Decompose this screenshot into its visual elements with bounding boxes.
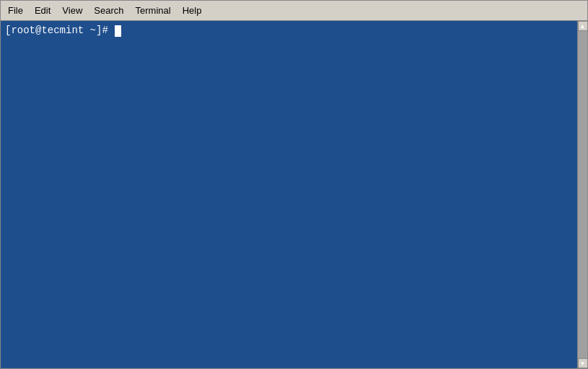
terminal-window: File Edit View Search Terminal Help [roo… xyxy=(0,0,588,369)
prompt-line: [root@tecmint ~]# xyxy=(5,24,583,38)
menu-edit[interactable]: Edit xyxy=(29,3,56,18)
menu-help[interactable]: Help xyxy=(177,3,208,18)
scrollbar-down-button[interactable]: ▼ xyxy=(578,358,588,368)
menu-search[interactable]: Search xyxy=(88,3,129,18)
terminal-cursor xyxy=(115,25,121,37)
terminal-body[interactable]: [root@tecmint ~]# ▲ ▼ xyxy=(1,21,587,368)
menubar: File Edit View Search Terminal Help xyxy=(1,1,587,21)
menu-terminal[interactable]: Terminal xyxy=(130,3,177,18)
scrollbar-up-button[interactable]: ▲ xyxy=(578,21,588,31)
scrollbar[interactable]: ▲ ▼ xyxy=(577,21,587,368)
scrollbar-track[interactable] xyxy=(578,31,588,358)
menu-view[interactable]: View xyxy=(56,3,88,18)
prompt-text: [root@tecmint ~]# xyxy=(5,24,114,38)
menu-file[interactable]: File xyxy=(2,3,29,18)
